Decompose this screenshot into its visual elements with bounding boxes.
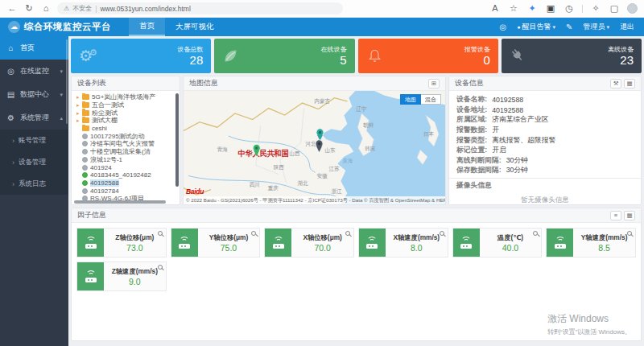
stat-card-alarm[interactable]: 报警设备0 — [358, 39, 498, 73]
status-dot-icon — [82, 180, 88, 186]
tree-vertical-scrollbar[interactable] — [175, 93, 179, 187]
read-aloud-icon[interactable]: A — [489, 4, 501, 13]
china-map[interactable]: 内蒙古 辽宁 朝鲜 日本 韩国 河北 山西 山东 黄海 陕西 四川 重庆 湖北 … — [184, 91, 445, 204]
map-province-label: 陕西 — [274, 164, 284, 171]
sidebar-item-device[interactable]: ›设备管理 — [0, 151, 68, 173]
factor-card[interactable]: Y轴位移(μm)75.0 — [171, 228, 261, 257]
magnifier-icon[interactable] — [251, 231, 256, 236]
factor-card[interactable]: 温度(℃)40.0 — [452, 228, 543, 257]
address-bar[interactable]: ⚠ 不安全 | www.0531yun.com/index.html — [57, 2, 343, 14]
info-row: 设备名称:40192588 — [456, 95, 634, 105]
factor-card[interactable]: X轴位移(μm)70.0 — [264, 228, 354, 257]
user-dropdown[interactable]: 管理员▾ — [583, 22, 609, 32]
tree-device[interactable]: 401924 — [76, 163, 180, 171]
tree-device[interactable]: 40192784 — [76, 187, 180, 195]
stat-card-online[interactable]: 在线设备5 — [214, 39, 354, 73]
stat-card-total[interactable]: ⚙⚙ 设备总数28 — [71, 39, 211, 73]
windows-activation-watermark: 激活 Windows 转到“设置”以激活 Windows。 — [547, 312, 631, 336]
map-type-map-button[interactable]: 地图 — [400, 94, 421, 105]
tree-folder[interactable]: ▸测试大棚 — [76, 117, 180, 125]
map-province-label: 山东 — [324, 147, 335, 153]
sensor-icon — [547, 229, 573, 257]
list-view-icon[interactable]: ≡ — [610, 211, 621, 220]
folder-icon — [82, 102, 89, 108]
refresh-icon[interactable]: ↻ — [23, 4, 35, 13]
stat-card-offline[interactable]: 离线设备23 — [502, 39, 642, 73]
app-logo: ☁ 综合环境监控云平台 — [0, 18, 119, 36]
sidebar-scrollbar[interactable] — [66, 39, 68, 124]
home-icon: ⌂ — [6, 43, 15, 52]
factor-card[interactable]: Y轴速度(mm/s)8.5 — [546, 228, 636, 257]
magnifier-icon[interactable] — [533, 231, 538, 236]
sidebar-item-account[interactable]: ›账号管理 — [0, 130, 68, 151]
country-name-label: 中华人民共和国 — [238, 149, 289, 157]
tree-device[interactable]: 10017295测试勿动 — [76, 132, 180, 140]
expand-arrow-icon[interactable]: ▸ — [76, 117, 82, 123]
factor-card[interactable]: Z轴位移(μm)73.0 — [76, 228, 167, 257]
tree-folder[interactable]: ▸5G+岚山海洋牧场海产 — [76, 93, 180, 101]
browser-home-icon[interactable]: ⌂ — [40, 4, 52, 13]
logout-button[interactable]: 退出 — [620, 22, 634, 32]
folder-icon — [82, 126, 89, 131]
status-dot-icon — [82, 149, 88, 154]
fullscreen-icon[interactable]: ⊞ — [428, 79, 440, 89]
tree-device[interactable]: 十楼空调电流采集(清 — [76, 148, 180, 156]
sidebar-item-system[interactable]: ⚙ 系统管理 ▴ — [0, 106, 68, 130]
sensor-icon — [77, 262, 104, 290]
tree-folder[interactable]: ▸粉尘测试 — [76, 109, 180, 117]
extension-icon[interactable]: ✦ — [526, 4, 538, 13]
info-row: 离线判断间隔:30分钟 — [456, 156, 634, 167]
tree-folder[interactable]: ▸五合一测试 — [76, 101, 180, 109]
folder-icon — [82, 117, 89, 123]
url-text[interactable]: www.0531yun.com/index.html — [100, 5, 190, 13]
map-province-label: 重庆 — [268, 184, 279, 190]
tree-folder[interactable]: ▸ceshi — [76, 125, 180, 133]
favorites-icon[interactable]: ☆ — [508, 4, 519, 13]
profile-avatar[interactable] — [627, 3, 638, 14]
edit-icon[interactable]: ✎ — [566, 23, 572, 31]
magnifier-icon[interactable] — [440, 231, 444, 236]
expand-arrow-icon[interactable]: ▸ — [76, 110, 82, 116]
map-type-hybrid-button[interactable]: 混合 — [421, 94, 441, 105]
sidebar-item-home[interactable]: ⌂ 首页 — [0, 36, 68, 60]
factor-card[interactable]: X轴速度(mm/s)8.0 — [358, 228, 448, 257]
map-province-label: 韩国 — [365, 146, 375, 152]
device-list-header: 设备列表 — [72, 76, 180, 91]
main-content: ⚙⚙ 设备总数28 在线设备5 报警设备0 离线设备23 — [68, 36, 644, 346]
app-icon[interactable]: ▣ — [545, 4, 556, 13]
cloud-logo-icon: ☁ — [8, 21, 20, 33]
tree-device-selected[interactable]: 40192588 — [76, 179, 180, 187]
warning-icon[interactable]: ⚠ — [64, 5, 69, 12]
expand-arrow-icon[interactable]: ▸ — [76, 102, 82, 108]
tree-device[interactable]: 40183445_40192482 — [76, 171, 180, 179]
magnifier-icon[interactable] — [627, 231, 632, 236]
back-icon[interactable]: ← — [6, 4, 18, 13]
grid-view-icon[interactable]: ▦ — [624, 211, 635, 220]
history-icon[interactable]: ◷ — [564, 4, 575, 13]
sidebar-item-monitor[interactable]: ◎ 在线监控 ▾ — [0, 60, 68, 83]
magnifier-icon[interactable] — [158, 265, 163, 270]
factor-card[interactable]: Z轴速度(mm/s)9.0 — [76, 262, 167, 291]
sidebar-item-log[interactable]: ›系统日志 — [0, 173, 68, 195]
collections-icon[interactable]: ▢ — [609, 4, 620, 13]
map-province-label: 辽宁 — [356, 106, 366, 112]
screen-capture-icon[interactable]: ◎ — [500, 23, 507, 31]
map-canvas[interactable]: 内蒙古 辽宁 朝鲜 日本 韩国 河北 山西 山东 黄海 陕西 四川 重庆 湖北 … — [184, 91, 445, 204]
tree-device[interactable]: 冷链车间电气火灾报警 — [76, 140, 180, 148]
map-province-label: 日本 — [423, 131, 434, 138]
nav-tab-bigscreen[interactable]: 大屏可视化 — [165, 18, 225, 36]
expand-arrow-icon[interactable]: ▸ — [76, 94, 82, 100]
browser-essentials-icon[interactable]: ✧ — [590, 4, 601, 13]
folder-icon — [82, 110, 89, 116]
map-attribution: © 2022 Baidu - GS(2021)6026号 - 甲测资字11111… — [184, 196, 445, 204]
tree-device[interactable]: 浪城12号-1 — [76, 156, 180, 164]
magnifier-icon[interactable] — [345, 231, 350, 236]
nav-tab-home[interactable]: 首页 — [129, 18, 165, 36]
tree-horizontal-scrollbar[interactable] — [74, 200, 166, 204]
map-sea-label: 黄海 — [342, 158, 353, 164]
alert-mode-dropdown[interactable]: ●醒目告警▾ — [517, 22, 555, 32]
magnifier-icon[interactable] — [158, 231, 163, 236]
table-icon[interactable]: ▦ — [624, 79, 635, 89]
sidebar-item-datacenter[interactable]: ▤ 数据中心 ▾ — [0, 83, 68, 106]
maintenance-icon[interactable]: ⚒ — [610, 79, 621, 89]
